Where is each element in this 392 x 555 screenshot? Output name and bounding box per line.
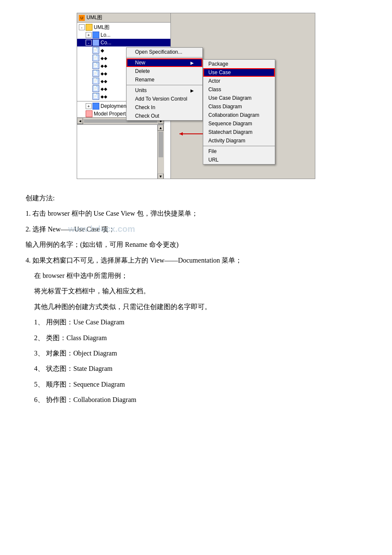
tree-header: U UML图 bbox=[77, 13, 170, 23]
menu-item-new[interactable]: New ▶ bbox=[127, 58, 202, 67]
step-3: 输入用例的名字；(如出错，可用 Rename 命令更改) bbox=[26, 238, 366, 251]
menu-item-delete[interactable]: Delete bbox=[127, 67, 202, 75]
creation-method-title: 创建方法: bbox=[26, 192, 366, 205]
submenu-item-activity[interactable]: Activity Diagram bbox=[203, 136, 275, 145]
diag-text: 对象图：Object Diagram bbox=[46, 350, 117, 357]
folder-icon bbox=[86, 24, 92, 31]
menu-item-checkin[interactable]: Check In bbox=[127, 103, 202, 112]
submenu-arrow: ▶ bbox=[190, 61, 194, 65]
submenu-item-collabdiagram[interactable]: Collaboration Diagram bbox=[203, 111, 275, 119]
diag-num: 5、 bbox=[34, 381, 46, 388]
tree-label: ◆◆ bbox=[101, 94, 107, 99]
menu-item-rename[interactable]: Rename bbox=[127, 75, 202, 84]
diagram-2: 2、 类图：Class Diagram bbox=[26, 332, 366, 344]
tree-header-icon: U bbox=[79, 15, 85, 21]
doc-icon: 📄 bbox=[92, 70, 99, 77]
submenu-item-usecase[interactable]: Use Case bbox=[203, 68, 275, 77]
tree-label: Co... bbox=[101, 40, 111, 46]
step-text: 选择 New——Use Case 项； bbox=[32, 225, 115, 233]
diag-text: 状态图：State Diagram bbox=[46, 365, 112, 372]
tree-label: ◆◆ bbox=[101, 87, 107, 91]
submenu-item-ucdiagram[interactable]: Use Case Diagram bbox=[203, 94, 275, 102]
model-props-icon bbox=[86, 110, 92, 117]
step-text: 4. 如果文档窗口不可见，选择屏幕上方的 View——Documentation… bbox=[26, 257, 242, 264]
diag-num: 2、 bbox=[34, 334, 44, 341]
expand-icon[interactable]: + bbox=[86, 103, 92, 109]
diag-text: 顺序图：Sequence Diagram bbox=[46, 381, 125, 388]
step-6: 将光标置于文档框中，输入相应文档。 bbox=[26, 285, 366, 298]
units-label: Units bbox=[135, 87, 147, 93]
diagram-5: 5、 顺序图：Sequence Diagram bbox=[26, 378, 366, 391]
tree-item-root[interactable]: - UML图 bbox=[77, 23, 170, 31]
submenu-item-package[interactable]: Package bbox=[203, 60, 275, 68]
step-5: 在 browser 框中选中所需用例； bbox=[26, 269, 366, 282]
expand-icon[interactable]: - bbox=[79, 24, 85, 30]
tree-header-title: UML图 bbox=[86, 14, 102, 21]
co-icon bbox=[92, 39, 99, 46]
diag-num: 3、 bbox=[34, 350, 44, 357]
step-num: 1. bbox=[26, 210, 32, 217]
diagram-6: 6、 协作图：Collaboration Diagram bbox=[26, 393, 366, 406]
tree-label: ◆ bbox=[101, 48, 104, 53]
v-scrollbar[interactable]: ▲ ▼ bbox=[157, 125, 164, 179]
menu-item-open-spec[interactable]: Open Specification... bbox=[127, 48, 202, 56]
scroll-track-v[interactable] bbox=[159, 132, 163, 157]
submenu-item-statechart[interactable]: Statechart Diagram bbox=[203, 128, 275, 136]
diag-text: 类图：Class Diagram bbox=[46, 334, 107, 341]
scroll-left[interactable]: ◄ bbox=[77, 118, 83, 124]
step-2: 2. 选择 New——Use Case 项； www.bdocx.com bbox=[26, 223, 366, 236]
scroll-up[interactable]: ▲ bbox=[158, 125, 164, 131]
diagram-1: 1、 用例图：Use Case Diagram bbox=[26, 316, 366, 329]
screenshot-container: U UML图 - UML图 + Lo... - bbox=[77, 13, 315, 179]
tree-label: ◆◆ bbox=[101, 56, 107, 61]
doc-window: ▲ ▼ bbox=[77, 124, 164, 179]
submenu-item-classdiagram[interactable]: Class Diagram bbox=[203, 102, 275, 111]
submenu-item-class[interactable]: Class bbox=[203, 85, 275, 94]
menu-separator bbox=[127, 57, 202, 58]
doc-icon: 📄 bbox=[92, 78, 99, 84]
step-1: 1. 右击 browser 框中的 Use Case View 包，弹出快捷菜单… bbox=[26, 207, 366, 220]
diag-text: 协作图：Collaboration Diagram bbox=[46, 396, 136, 403]
main-content: 创建方法: 1. 右击 browser 框中的 Use Case View 包，… bbox=[26, 192, 366, 406]
units-arrow: ▶ bbox=[190, 88, 194, 93]
diagram-list: 1、 用例图：Use Case Diagram 2、 类图：Class Diag… bbox=[26, 316, 366, 406]
doc-icon: 📄 bbox=[92, 55, 99, 61]
tree-label: ◆◆ bbox=[101, 64, 107, 68]
svg-marker-1 bbox=[179, 132, 183, 136]
step-text: 右击 browser 框中的 Use Case View 包，弹出快捷菜单； bbox=[32, 210, 198, 217]
menu-item-checkout[interactable]: Check Out bbox=[127, 112, 202, 120]
submenu[interactable]: Package Use Case Actor Class Use Case Di… bbox=[203, 59, 275, 165]
diag-text: 用例图：Use Case Diagram bbox=[46, 318, 124, 326]
tree-item-lo[interactable]: + Lo... bbox=[77, 31, 170, 39]
diag-num: 4、 bbox=[34, 365, 44, 372]
expand-icon[interactable]: + bbox=[86, 32, 92, 38]
diagram-4: 4、 状态图：State Diagram bbox=[26, 362, 366, 375]
screenshot-area: U UML图 - UML图 + Lo... - bbox=[26, 13, 366, 179]
submenu-item-seqdiagram[interactable]: Sequence Diagram bbox=[203, 119, 275, 128]
deployment-icon bbox=[92, 103, 99, 110]
submenu-separator bbox=[203, 146, 275, 146]
submenu-item-url[interactable]: URL bbox=[203, 156, 275, 164]
doc-icon: 📄 bbox=[92, 62, 99, 69]
diag-num: 1、 bbox=[34, 318, 44, 326]
menu-separator-2 bbox=[127, 85, 202, 85]
doc-icon: 📄 bbox=[92, 85, 99, 92]
tree-item-co[interactable]: - Co... bbox=[77, 39, 170, 46]
scroll-down[interactable]: ▼ bbox=[158, 173, 164, 179]
diag-num: 6、 bbox=[34, 396, 44, 403]
menu-item-add-version[interactable]: Add To Version Control bbox=[127, 95, 202, 103]
tree-label: ◆◆ bbox=[101, 79, 107, 84]
step-num: 2. bbox=[26, 225, 32, 233]
steps-list: 1. 右击 browser 框中的 Use Case View 包，弹出快捷菜单… bbox=[26, 207, 366, 298]
expand-icon[interactable]: - bbox=[86, 40, 92, 46]
diagram-3: 3、 对象图：Object Diagram bbox=[26, 347, 366, 360]
tree-label: ◆◆ bbox=[101, 71, 107, 76]
lo-icon bbox=[92, 32, 99, 38]
tree-label: UML图 bbox=[94, 24, 110, 31]
submenu-item-actor[interactable]: Actor bbox=[203, 77, 275, 85]
doc-icon: 📄 bbox=[92, 93, 99, 100]
context-menu[interactable]: Open Specification... New ▶ Delete Renam… bbox=[126, 47, 203, 121]
menu-item-units[interactable]: Units ▶ bbox=[127, 86, 202, 95]
doc-icon: 📄 bbox=[92, 47, 99, 54]
submenu-item-file[interactable]: File bbox=[203, 147, 275, 156]
